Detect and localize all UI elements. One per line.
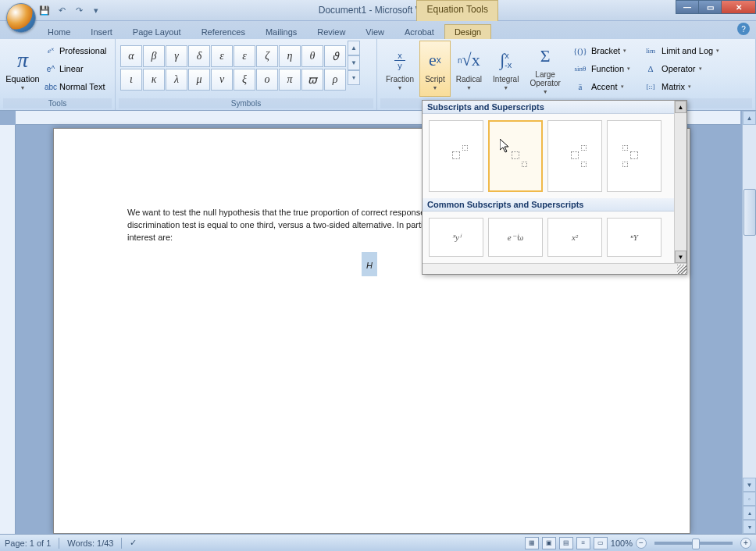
proofing-icon[interactable]: ✓ bbox=[130, 538, 137, 548]
zoom-in-button[interactable]: + bbox=[740, 538, 751, 549]
help-icon[interactable]: ? bbox=[737, 23, 750, 35]
view-draft[interactable]: ▭ bbox=[594, 537, 608, 549]
vertical-ruler[interactable] bbox=[0, 125, 16, 534]
scroll-thumb[interactable] bbox=[744, 189, 756, 236]
gallery-item-common-3[interactable]: x² bbox=[547, 218, 602, 257]
symbol-kappa[interactable]: κ bbox=[143, 69, 165, 91]
symbol-epsilon[interactable]: ε bbox=[211, 45, 233, 67]
scroll-up-button[interactable]: ▲ bbox=[743, 111, 756, 125]
next-page-button[interactable]: ▾ bbox=[743, 520, 756, 534]
status-page[interactable]: Page: 1 of 1 bbox=[5, 539, 51, 548]
large-operator-button[interactable]: Σ Large Operator ▼ bbox=[524, 41, 565, 97]
vertical-scrollbar[interactable]: ▲ ▼ ◦ ▴ ▾ bbox=[742, 111, 756, 534]
gallery-item-common-2[interactable]: e⁻ⁱω bbox=[488, 218, 543, 257]
tab-view[interactable]: View bbox=[355, 24, 394, 39]
tab-mailings[interactable]: Mailings bbox=[255, 24, 307, 39]
normal-text-label: Normal Text bbox=[59, 82, 105, 91]
symbol-theta[interactable]: θ bbox=[301, 45, 323, 67]
symbol-vartheta[interactable]: ϑ bbox=[324, 45, 346, 67]
linear-button[interactable]: e^ Linear bbox=[42, 60, 110, 77]
radical-icon: n√x bbox=[458, 47, 480, 73]
symbols-scroll-up[interactable]: ▲ bbox=[348, 41, 360, 55]
gallery-item-common-4[interactable]: ⁿY bbox=[607, 218, 662, 257]
view-full-screen[interactable]: ▣ bbox=[542, 537, 556, 549]
symbol-beta[interactable]: β bbox=[143, 45, 165, 67]
tab-review[interactable]: Review bbox=[307, 24, 355, 39]
symbol-rho[interactable]: ρ bbox=[324, 69, 346, 91]
maximize-button[interactable]: ▭ bbox=[698, 0, 722, 14]
symbols-more[interactable]: ▾ bbox=[348, 70, 360, 85]
script-button[interactable]: ex Script ▼ bbox=[419, 41, 451, 97]
office-button[interactable] bbox=[6, 3, 36, 33]
status-words[interactable]: Words: 1/43 bbox=[67, 539, 113, 548]
gallery-scroll-down[interactable]: ▼ bbox=[675, 251, 686, 263]
gallery-item-leftsupersub[interactable] bbox=[607, 120, 662, 192]
gallery-item-supersubscript[interactable] bbox=[547, 120, 602, 192]
symbol-zeta[interactable]: ζ bbox=[256, 45, 278, 67]
view-web-layout[interactable]: ▤ bbox=[559, 537, 573, 549]
status-separator bbox=[121, 538, 122, 549]
zoom-slider[interactable] bbox=[654, 542, 733, 545]
tab-design[interactable]: Design bbox=[444, 24, 491, 39]
tab-insert[interactable]: Insert bbox=[80, 24, 123, 39]
fraction-button[interactable]: xy Fraction ▼ bbox=[380, 41, 419, 97]
symbol-omicron[interactable]: ο bbox=[256, 69, 278, 91]
integral-button[interactable]: ∫x-x Integral ▼ bbox=[487, 41, 524, 97]
gallery-item-superscript[interactable] bbox=[429, 120, 483, 192]
operator-button[interactable]: Δ Operator ▾ bbox=[640, 60, 722, 77]
matrix-button[interactable]: [::] Matrix ▾ bbox=[640, 78, 722, 95]
professional-label: Professional bbox=[59, 46, 107, 55]
tab-home[interactable]: Home bbox=[37, 24, 80, 39]
minimize-button[interactable]: — bbox=[676, 0, 699, 14]
browse-object-button[interactable]: ◦ bbox=[743, 492, 756, 506]
symbol-delta[interactable]: δ bbox=[188, 45, 210, 67]
gallery-section2-header: Common Subscripts and Superscripts bbox=[423, 198, 686, 212]
prev-page-button[interactable]: ▴ bbox=[743, 506, 756, 520]
symbol-nu[interactable]: ν bbox=[211, 69, 233, 91]
equation-button[interactable]: π Equation ▼ bbox=[3, 41, 42, 97]
qat-more-icon[interactable]: ▾ bbox=[89, 3, 103, 17]
tab-page-layout[interactable]: Page Layout bbox=[123, 24, 191, 39]
fraction-icon: xy bbox=[394, 47, 405, 73]
symbol-varpi[interactable]: ϖ bbox=[301, 69, 323, 91]
accent-button[interactable]: ä Accent ▾ bbox=[569, 78, 633, 95]
zoom-level[interactable]: 100% bbox=[611, 539, 633, 548]
function-label: Function bbox=[591, 64, 624, 73]
radical-button[interactable]: n√x Radical ▼ bbox=[451, 41, 487, 97]
save-icon[interactable]: 💾 bbox=[37, 3, 52, 17]
fraction-label: Fraction bbox=[386, 75, 414, 84]
gallery-item-subscript[interactable] bbox=[488, 120, 543, 192]
symbol-mu[interactable]: μ bbox=[188, 69, 210, 91]
status-bar: Page: 1 of 1 Words: 1/43 ✓ ▦ ▣ ▤ ≡ ▭ 100… bbox=[0, 534, 756, 551]
symbol-gamma[interactable]: γ bbox=[166, 45, 187, 67]
symbol-pi[interactable]: π bbox=[279, 69, 301, 91]
symbol-iota[interactable]: ι bbox=[120, 69, 142, 91]
tab-acrobat[interactable]: Acrobat bbox=[394, 24, 444, 39]
redo-icon[interactable]: ↷ bbox=[72, 3, 86, 17]
symbol-lambda[interactable]: λ bbox=[166, 69, 187, 91]
symbols-scroll-down[interactable]: ▼ bbox=[348, 55, 360, 70]
symbol-xi[interactable]: ξ bbox=[234, 69, 255, 91]
gallery-scrollbar[interactable]: ▲ ▼ bbox=[674, 101, 686, 263]
undo-icon[interactable]: ↶ bbox=[55, 3, 69, 17]
symbol-varepsilon[interactable]: ε bbox=[234, 45, 255, 67]
function-button[interactable]: sinθ Function ▾ bbox=[569, 60, 633, 77]
symbol-eta[interactable]: η bbox=[279, 45, 301, 67]
professional-button[interactable]: 𝑒ˣ Professional bbox=[42, 42, 110, 59]
bracket-button[interactable]: {()} Bracket ▾ bbox=[569, 42, 633, 59]
close-button[interactable]: ✕ bbox=[721, 0, 756, 14]
script-icon: ex bbox=[429, 47, 441, 73]
integral-icon: ∫x-x bbox=[500, 47, 512, 73]
gallery-item-common-1[interactable]: ˣyⁱ bbox=[429, 218, 483, 257]
normal-text-button[interactable]: abc Normal Text bbox=[42, 78, 110, 95]
zoom-out-button[interactable]: − bbox=[636, 538, 647, 549]
view-outline[interactable]: ≡ bbox=[576, 537, 590, 549]
symbol-alpha[interactable]: α bbox=[120, 45, 142, 67]
scroll-down-button[interactable]: ▼ bbox=[743, 478, 756, 492]
tab-references[interactable]: References bbox=[191, 24, 255, 39]
view-print-layout[interactable]: ▦ bbox=[525, 537, 539, 549]
limit-log-button[interactable]: lim Limit and Log ▾ bbox=[640, 42, 722, 59]
gallery-scroll-up[interactable]: ▲ bbox=[675, 101, 686, 113]
resize-grip[interactable] bbox=[677, 265, 686, 274]
equation-editor-box[interactable]: H bbox=[362, 252, 377, 276]
